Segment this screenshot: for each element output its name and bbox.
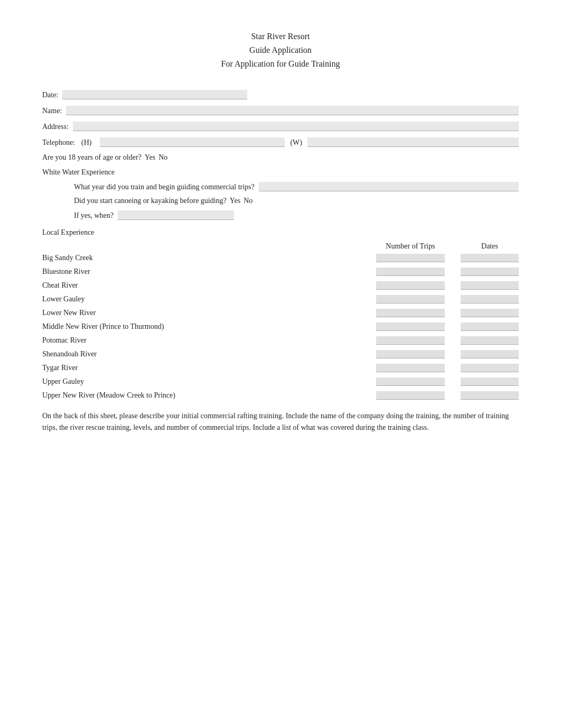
river-name: Shenandoah River: [42, 350, 376, 358]
river-row: Upper Gauley: [42, 377, 519, 386]
telephone-w-field[interactable]: [307, 137, 519, 147]
trips-field[interactable]: [376, 309, 445, 317]
local-table-header: Number of Trips Dates: [42, 242, 519, 251]
ww-q3-row: If yes, when?: [74, 210, 519, 220]
col-trips-header: Number of Trips: [376, 242, 445, 251]
river-name: Bluestone River: [42, 268, 376, 276]
trips-field[interactable]: [376, 295, 445, 303]
name-field[interactable]: [66, 106, 519, 115]
dates-field[interactable]: [461, 322, 519, 331]
dates-field[interactable]: [461, 254, 519, 262]
river-row: Tygar River: [42, 364, 519, 372]
trips-field[interactable]: [376, 254, 445, 262]
date-label: Date:: [42, 91, 58, 99]
river-name: Lower Gauley: [42, 295, 376, 303]
river-row: Middle New River (Prince to Thurmond): [42, 322, 519, 331]
subtitle: For Application for Guide Training: [42, 59, 519, 69]
river-row: Cheat River: [42, 281, 519, 290]
ww-q2-yes: Yes: [230, 197, 240, 205]
ww-q1-row: What year did you train and begin guidin…: [74, 182, 519, 191]
river-row: Big Sandy Creek: [42, 254, 519, 262]
dates-field[interactable]: [461, 281, 519, 290]
dates-field[interactable]: [461, 268, 519, 276]
address-row: Address:: [42, 122, 519, 131]
river-row: Shenandoah River: [42, 350, 519, 358]
trips-field[interactable]: [376, 268, 445, 276]
trips-field[interactable]: [376, 336, 445, 345]
telephone-h-label: (H): [81, 139, 91, 147]
address-field[interactable]: [73, 122, 519, 131]
org-title: Star River Resort: [42, 32, 519, 41]
ww-experience-section: White Water Experience What year did you…: [42, 168, 519, 220]
river-row: Lower New River: [42, 309, 519, 317]
ww-q2-label: Did you start canoeing or kayaking befor…: [74, 197, 227, 205]
local-experience-section: Local Experience Number of Trips Dates B…: [42, 228, 519, 400]
ww-q3-label: If yes, when?: [74, 211, 114, 220]
river-row: Potomac River: [42, 336, 519, 345]
ww-q1-field[interactable]: [259, 182, 519, 191]
telephone-row: Telephone: (H) (W): [42, 137, 519, 147]
footer-text: On the back of this sheet, please descri…: [42, 410, 519, 434]
ww-q2-no: No: [244, 197, 253, 205]
name-row: Name:: [42, 106, 519, 115]
telephone-w-label: (W): [290, 139, 302, 147]
age-question: Are you 18 years of age or older?: [42, 153, 142, 162]
trips-field[interactable]: [376, 281, 445, 290]
telephone-h-field[interactable]: [100, 137, 285, 147]
river-name: Upper New River (Meadow Creek to Prince): [42, 391, 376, 400]
river-name: Potomac River: [42, 336, 376, 345]
river-name: Big Sandy Creek: [42, 254, 376, 262]
trips-field[interactable]: [376, 377, 445, 386]
app-title: Guide Application: [42, 45, 519, 55]
col-dates-header: Dates: [461, 242, 519, 251]
dates-field[interactable]: [461, 391, 519, 400]
date-field[interactable]: [62, 90, 247, 99]
dates-field[interactable]: [461, 309, 519, 317]
local-experience-label: Local Experience: [42, 228, 519, 237]
river-row: Bluestone River: [42, 268, 519, 276]
trips-field[interactable]: [376, 322, 445, 331]
river-row: Lower Gauley: [42, 295, 519, 303]
dates-field[interactable]: [461, 364, 519, 372]
address-label: Address:: [42, 123, 69, 131]
dates-field[interactable]: [461, 350, 519, 358]
dates-field[interactable]: [461, 295, 519, 303]
trips-field[interactable]: [376, 364, 445, 372]
ww-q2-row: Did you start canoeing or kayaking befor…: [74, 197, 519, 205]
river-name: Upper Gauley: [42, 377, 376, 386]
ww-experience-label: White Water Experience: [42, 168, 519, 177]
age-no: No: [158, 153, 167, 162]
river-name: Lower New River: [42, 309, 376, 317]
dates-field[interactable]: [461, 377, 519, 386]
ww-q1-label: What year did you train and begin guidin…: [74, 183, 255, 191]
river-name: Tygar River: [42, 364, 376, 372]
name-label: Name:: [42, 107, 62, 115]
river-row: Upper New River (Meadow Creek to Prince): [42, 391, 519, 400]
river-name: Middle New River (Prince to Thurmond): [42, 322, 376, 331]
telephone-label: Telephone:: [42, 139, 75, 147]
trips-field[interactable]: [376, 350, 445, 358]
river-name: Cheat River: [42, 281, 376, 290]
ww-q3-field[interactable]: [118, 210, 234, 220]
age-row: Are you 18 years of age or older? Yes No: [42, 153, 519, 162]
date-row: Date:: [42, 90, 519, 99]
trips-field[interactable]: [376, 391, 445, 400]
age-yes: Yes: [145, 153, 155, 162]
dates-field[interactable]: [461, 336, 519, 345]
